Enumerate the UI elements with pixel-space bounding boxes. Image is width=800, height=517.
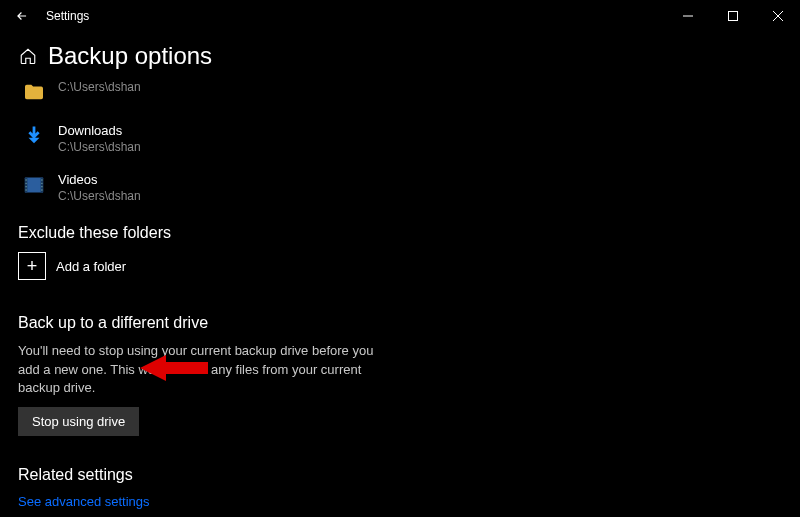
add-folder-label: Add a folder	[56, 259, 126, 274]
diff-drive-desc: You'll need to stop using your current b…	[18, 342, 398, 397]
svg-point-9	[25, 186, 26, 187]
page-title: Backup options	[48, 42, 212, 70]
back-button[interactable]	[8, 2, 36, 30]
folder-name: Downloads	[58, 123, 141, 139]
svg-point-10	[25, 190, 26, 191]
folder-item[interactable]: C:\Users\dshan	[20, 78, 784, 106]
related-settings-title: Related settings	[18, 466, 784, 484]
svg-point-7	[25, 180, 26, 181]
folder-path: C:\Users\dshan	[58, 140, 141, 156]
folder-path: C:\Users\dshan	[58, 189, 141, 205]
diff-drive-title: Back up to a different drive	[18, 314, 784, 332]
app-title: Settings	[46, 9, 89, 23]
folder-path: C:\Users\dshan	[58, 80, 141, 96]
page-header: Backup options	[18, 42, 784, 70]
see-advanced-link[interactable]: See advanced settings	[18, 494, 150, 509]
exclude-section-title: Exclude these folders	[18, 224, 784, 242]
minimize-button[interactable]	[665, 0, 710, 32]
svg-rect-4	[25, 178, 43, 193]
svg-rect-1	[728, 12, 737, 21]
svg-point-14	[41, 190, 42, 191]
window-controls	[665, 0, 800, 32]
svg-point-8	[25, 183, 26, 184]
content: Backup options C:\Users\dshan Downloads …	[0, 42, 800, 517]
folder-item[interactable]: Videos C:\Users\dshan	[20, 171, 784, 204]
stop-using-drive-button[interactable]: Stop using drive	[18, 407, 139, 436]
titlebar: Settings	[0, 0, 800, 32]
plus-icon: +	[18, 252, 46, 280]
folder-icon	[20, 78, 48, 106]
videos-icon	[20, 171, 48, 199]
home-icon[interactable]	[18, 46, 38, 66]
close-button[interactable]	[755, 0, 800, 32]
svg-point-13	[41, 186, 42, 187]
folder-item[interactable]: Downloads C:\Users\dshan	[20, 122, 784, 155]
maximize-button[interactable]	[710, 0, 755, 32]
download-icon	[20, 122, 48, 150]
svg-point-12	[41, 183, 42, 184]
folder-name: Videos	[58, 172, 141, 188]
svg-point-11	[41, 180, 42, 181]
add-folder-button[interactable]: + Add a folder	[18, 252, 784, 280]
